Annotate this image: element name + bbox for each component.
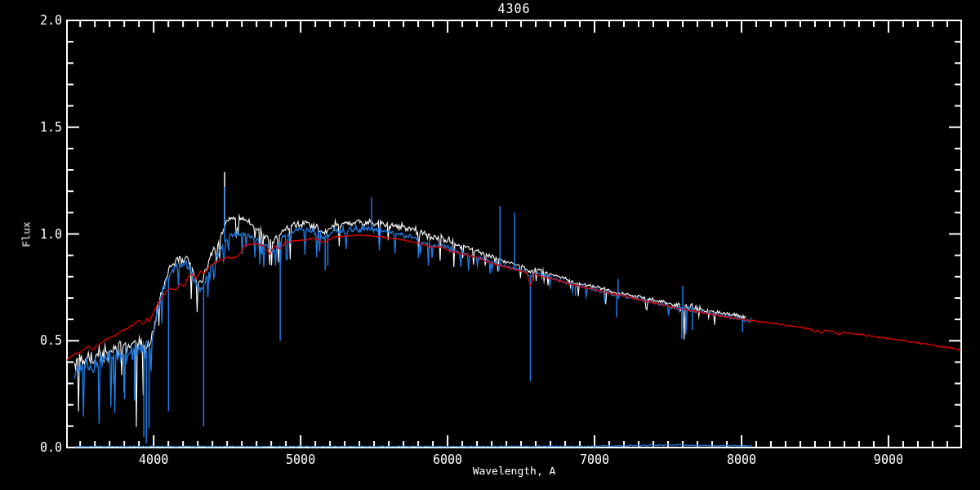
x-tick-label: 7000 bbox=[562, 452, 627, 467]
spectrum-plot-canvas bbox=[0, 0, 980, 490]
plot-title: 4306 bbox=[67, 2, 961, 16]
y-tick-label: 0.0 bbox=[0, 440, 62, 455]
spectrum-chart: 4306 Wavelength, A Flux 4000500060007000… bbox=[0, 0, 980, 490]
y-tick-label: 0.5 bbox=[0, 333, 62, 348]
y-tick-label: 2.0 bbox=[0, 13, 62, 28]
x-tick-label: 5000 bbox=[268, 452, 333, 467]
x-axis-label: Wavelength, A bbox=[67, 465, 961, 477]
y-tick-label: 1.0 bbox=[0, 227, 62, 242]
y-tick-label: 1.5 bbox=[0, 120, 62, 135]
x-tick-label: 4000 bbox=[121, 452, 186, 467]
x-tick-label: 6000 bbox=[415, 452, 480, 467]
x-tick-label: 9000 bbox=[856, 452, 921, 467]
x-tick-label: 8000 bbox=[709, 452, 774, 467]
